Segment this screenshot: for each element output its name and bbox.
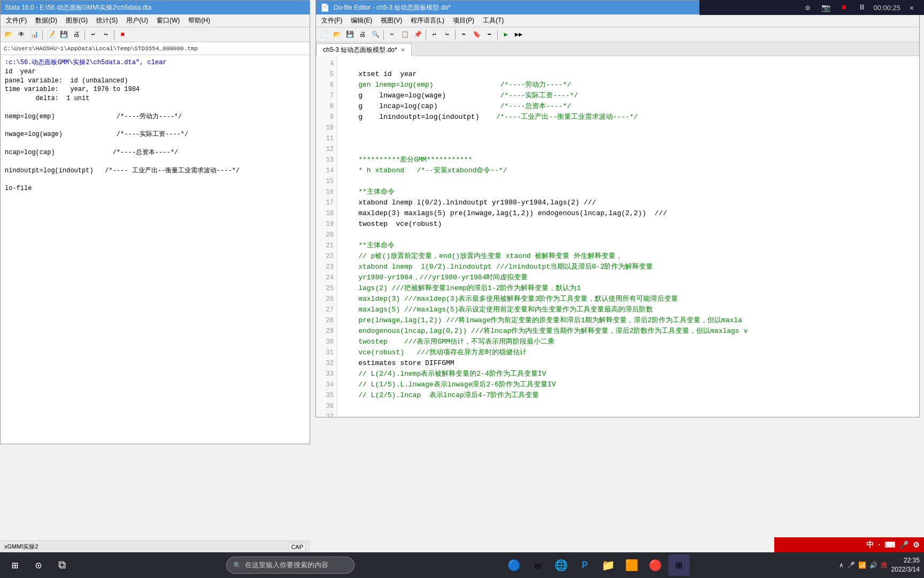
code-line-14: * h xtabond /*--安装xtabond命令--*/ xyxy=(342,165,915,176)
menu-graph[interactable]: 图形(G) xyxy=(63,15,91,26)
line-num-32: 32 xyxy=(316,358,337,369)
menu-window[interactable]: 窗口(W) xyxy=(153,15,183,26)
line-num-8: 8 xyxy=(316,101,337,112)
search-button[interactable]: ⊙ xyxy=(28,554,49,576)
editor-open[interactable]: 📂 xyxy=(331,29,343,41)
editor-save[interactable]: 💾 xyxy=(344,29,356,41)
editor-toolbar: 📄 📂 💾 🖨 🔍 ✂ 📋 📌 ↩ ↪ ⬅ 🔖 ➡ ▶ ▶▶ xyxy=(316,27,919,42)
taskbar-search-box[interactable]: 🔍 在这里输入你要搜索的内容 xyxy=(226,557,355,574)
editor-menu-lang[interactable]: 程序语言(L) xyxy=(407,15,448,26)
record-stop-btn[interactable]: ■ xyxy=(837,1,851,14)
output-4: delta: 1 unit xyxy=(5,94,305,103)
taskbar-app7[interactable]: ⊞ xyxy=(668,554,690,576)
line-num-7: 7 xyxy=(316,90,337,101)
toolbar-open[interactable]: 📂 xyxy=(3,29,14,41)
taskbar-search-area[interactable]: 🔍 在这里输入你要搜索的内容 xyxy=(226,557,355,574)
editor-copy[interactable]: 📋 xyxy=(399,29,411,41)
ime-keyboard-icon[interactable]: ⌨ xyxy=(884,541,895,549)
ime-settings-icon[interactable]: ⚙ xyxy=(913,541,920,549)
editor-menu-project[interactable]: 项目(P) xyxy=(450,15,478,26)
toolbar-graph[interactable]: 📊 xyxy=(28,29,40,41)
editor-undo[interactable]: ↩ xyxy=(428,29,440,41)
tab-close-icon[interactable]: ✕ xyxy=(401,47,405,53)
toolbar-sep3 xyxy=(114,30,114,40)
output-10: ncap=log(cap) /*----总资本----*/ xyxy=(5,148,305,157)
code-line-13: **********差分GMM*********** xyxy=(342,155,915,165)
start-button[interactable]: ⊞ xyxy=(4,554,26,576)
taskbar-pinned-apps: 🔵 ✉ 🌐 P 📁 🟧 🔴 ⊞ xyxy=(504,554,690,576)
taskbar-cortana[interactable]: 🔵 xyxy=(504,554,525,576)
menu-data[interactable]: 数据(D) xyxy=(32,15,60,26)
taskbar-mail[interactable]: ✉ xyxy=(527,554,549,576)
taskbar-powerpoint[interactable]: 🟧 xyxy=(621,554,643,576)
toolbar-print[interactable]: 🖨 xyxy=(71,29,82,41)
line-numbers-panel: 4 5 6 7 8 9 10 11 12 13 14 15 16 17 18 1… xyxy=(316,56,337,417)
recording-bar: ⚙ 📷 ■ ⏸ 00:00:25 ✕ xyxy=(699,0,924,15)
taskbar-app6[interactable]: 🔴 xyxy=(645,554,666,576)
editor-bookmark-prev[interactable]: ⬅ xyxy=(458,29,469,41)
editor-tab-active[interactable]: ch5-3 短动态面板模型.do* ✕ xyxy=(316,43,412,56)
menu-file[interactable]: 文件(F) xyxy=(3,15,30,26)
code-line-10 xyxy=(342,123,915,133)
editor-redo[interactable]: ↪ xyxy=(441,29,453,41)
toolbar-redo[interactable]: ↪ xyxy=(100,29,112,41)
editor-cut[interactable]: ✂ xyxy=(386,29,398,41)
editor-bookmark[interactable]: 🔖 xyxy=(471,29,482,41)
editor-print[interactable]: 🖨 xyxy=(357,29,368,41)
line-num-16: 16 xyxy=(316,187,337,197)
line-num-20: 20 xyxy=(316,230,337,240)
code-editor-area[interactable]: 4 5 6 7 8 9 10 11 12 13 14 15 16 17 18 1… xyxy=(316,56,919,417)
ime-chinese-icon[interactable]: 中 xyxy=(866,540,874,550)
line-num-36: 36 xyxy=(316,401,337,412)
output-13 xyxy=(5,175,305,184)
editor-bookmark-next[interactable]: ➡ xyxy=(483,29,495,41)
line-num-5: 5 xyxy=(316,69,337,80)
output-5 xyxy=(5,103,305,112)
record-settings-btn[interactable]: ⚙ xyxy=(800,1,814,14)
ime-dot-icon[interactable]: · xyxy=(878,541,880,549)
toolbar-dofile[interactable]: 📝 xyxy=(45,29,57,41)
record-camera-btn[interactable]: 📷 xyxy=(819,1,833,14)
tray-sohu-icon[interactable]: 搜 xyxy=(881,561,887,570)
editor-menu-tools[interactable]: 工具(T) xyxy=(480,15,507,26)
taskbar-pptv[interactable]: P xyxy=(574,554,596,576)
tray-sound-icon[interactable]: 🔊 xyxy=(869,561,877,569)
output-9 xyxy=(5,139,305,148)
line-num-25: 25 xyxy=(316,283,337,294)
tray-mic-icon[interactable]: 🎤 xyxy=(847,561,855,569)
stata-main-window: Stata 16.0 - E:\56.动态面板GMM\实操2\ch5data.d… xyxy=(0,0,310,444)
task-view-button[interactable]: ⧉ xyxy=(51,554,73,576)
editor-search[interactable]: 🔍 xyxy=(369,29,381,41)
output-6: nemp=log(emp) /*----劳动力----*/ xyxy=(5,112,305,121)
output-7 xyxy=(5,121,305,131)
toolbar-break[interactable]: ■ xyxy=(117,29,128,41)
toolbar-undo[interactable]: ↩ xyxy=(87,29,99,41)
menu-user[interactable]: 用户(U) xyxy=(123,15,151,26)
editor-menu-file[interactable]: 文件(F) xyxy=(318,15,345,26)
ime-mic-icon[interactable]: 🎤 xyxy=(899,541,908,549)
editor-menu-edit[interactable]: 编辑(E) xyxy=(348,15,375,26)
toolbar-save[interactable]: 💾 xyxy=(58,29,70,41)
editor-new[interactable]: 📄 xyxy=(318,29,330,41)
taskbar-chrome[interactable]: 🌐 xyxy=(551,554,572,576)
editor-menu-view[interactable]: 视图(V) xyxy=(378,15,405,26)
code-text-area[interactable]: xtset id year gen lnemp=log(emp) /*----劳… xyxy=(337,56,919,417)
line-num-6: 6 xyxy=(316,80,337,90)
toolbar-viewer[interactable]: 👁 xyxy=(16,29,27,41)
record-pause-btn[interactable]: ⏸ xyxy=(855,1,869,14)
taskbar-files[interactable]: 📁 xyxy=(598,554,619,576)
editor-paste[interactable]: 📌 xyxy=(412,29,424,41)
system-clock[interactable]: 22:35 2022/3/14 xyxy=(891,556,920,574)
editor-run-all[interactable]: ▶▶ xyxy=(513,29,525,41)
code-line-22: // p被()放置前定变量，end()放置内生变量 xtaond 被解释变量 外… xyxy=(342,251,915,262)
tray-network-icon[interactable]: 📶 xyxy=(858,561,866,569)
line-num-19: 19 xyxy=(316,219,337,230)
code-line-30: twostep ///表示用GMM估计，不写表示用两阶段最小二乘 xyxy=(342,337,915,347)
menu-help[interactable]: 帮助(H) xyxy=(185,15,213,26)
record-close-btn[interactable]: ✕ xyxy=(905,1,919,14)
code-line-24: yr1980-yr1984，///yr1980-yr1984时间虚拟变量 xyxy=(342,272,915,283)
tray-up-arrow[interactable]: ∧ xyxy=(839,561,844,569)
editor-run[interactable]: ▶ xyxy=(500,29,512,41)
cap-indicator: CAP xyxy=(288,543,306,551)
menu-stats[interactable]: 统计(S) xyxy=(93,15,121,26)
